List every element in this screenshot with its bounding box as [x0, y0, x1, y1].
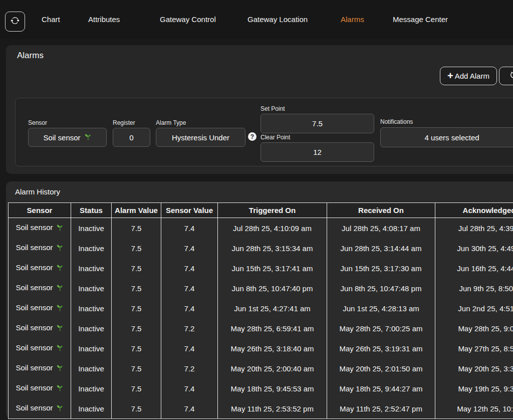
table-header-row: Sensor Status Alarm Value Sensor Value T…	[9, 203, 513, 218]
refresh-button[interactable]	[5, 12, 25, 32]
notifications-select[interactable]: 4 users selected ▼	[380, 127, 513, 147]
table-row: Soil sensorInactive7.57.4May 11th 25, 2:…	[9, 398, 513, 419]
table-row: Soil sensorInactive7.57.4Jun 1st 25, 4:2…	[9, 298, 513, 318]
cell-sensor: Soil sensor	[9, 238, 71, 258]
cell-sensor-value: 7.4	[161, 258, 218, 278]
sensor-select[interactable]: Soil sensor	[28, 128, 107, 147]
cell-received-on: Jun 15th 25, 3:17:30 am	[327, 258, 435, 278]
register-input[interactable]: 0	[113, 128, 150, 147]
cell-triggered-on: Jun 28th 25, 3:15:34 am	[218, 238, 327, 258]
alarm-type-select[interactable]: Hysteresis Under	[156, 128, 245, 147]
clear-point-input[interactable]: 12	[261, 142, 374, 162]
table-row: Soil sensorInactive7.57.2May 20th 25, 2:…	[9, 358, 513, 378]
cell-status: Inactive	[71, 378, 112, 398]
alarm-config-form: Sensor Soil sensor Register 0 Alarm Type…	[15, 98, 513, 166]
table-row: Soil sensorInactive7.57.4Jun 15th 25, 3:…	[9, 258, 513, 278]
cell-alarm-value: 7.5	[112, 298, 161, 318]
table-row: Soil sensorInactive7.57.4Jul 28th 25, 4:…	[9, 218, 513, 239]
alarm-type-label: Alarm Type	[156, 119, 186, 126]
cell-alarm-value: 7.5	[112, 358, 161, 378]
nav-item-message-center[interactable]: Message Center	[393, 15, 448, 24]
cell-acknowledged: Jun 2nd 25, 4:51:4	[435, 298, 513, 318]
add-alarm-button[interactable]: + Add Alarm	[440, 67, 497, 85]
cell-alarm-value: 7.5	[112, 278, 161, 298]
register-value: 0	[129, 133, 133, 142]
notifications-label: Notifications	[380, 118, 413, 125]
seedling-icon	[56, 344, 64, 353]
cell-sensor-value: 7.2	[161, 318, 218, 338]
cell-triggered-on: May 28th 25, 6:59:41 am	[218, 318, 327, 338]
nav-item-chart[interactable]: Chart	[42, 15, 60, 24]
cell-triggered-on: May 20th 25, 2:00:40 am	[218, 358, 327, 378]
alarm-type-value: Hysteresis Under	[172, 133, 229, 142]
cell-sensor-value: 7.4	[161, 278, 218, 298]
sensor-value: Soil sensor	[43, 133, 80, 142]
seedling-icon	[56, 244, 64, 253]
cell-received-on: May 28th 25, 7:00:25 am	[327, 318, 435, 338]
seedling-icon	[56, 404, 64, 413]
cell-sensor: Soil sensor	[9, 358, 71, 378]
cell-received-on: Jun 8th 25, 10:47:48 pm	[327, 278, 435, 298]
notifications-value: 4 users selected	[424, 133, 479, 142]
cell-alarm-value: 7.5	[112, 378, 161, 398]
cell-alarm-value: 7.5	[112, 338, 161, 358]
nav-item-alarms[interactable]: Alarms	[341, 15, 364, 24]
col-header-acknowledged: Acknowledged	[435, 203, 513, 218]
nav-item-gateway-location[interactable]: Gateway Location	[247, 15, 308, 24]
cell-sensor: Soil sensor	[9, 398, 71, 419]
cell-sensor: Soil sensor	[9, 378, 71, 398]
cell-alarm-value: 7.5	[112, 238, 161, 258]
seedling-icon	[56, 264, 64, 273]
cell-triggered-on: May 11th 25, 2:53:52 pm	[218, 398, 327, 419]
col-header-triggered-on: Triggered On	[218, 203, 327, 218]
cell-sensor-value: 7.4	[161, 398, 218, 419]
alarm-history-table: Sensor Status Alarm Value Sensor Value T…	[8, 202, 513, 419]
cell-alarm-value: 7.5	[112, 258, 161, 278]
cell-acknowledged: Jun 16th 25, 4:44:4	[435, 258, 513, 278]
col-header-status: Status	[71, 203, 112, 218]
cell-acknowledged: May 20th 25, 3:34:	[435, 358, 513, 378]
cell-alarm-value: 7.5	[112, 218, 161, 239]
table-row: Soil sensorInactive7.57.4May 26th 25, 3:…	[9, 338, 513, 358]
cell-status: Inactive	[71, 298, 112, 318]
cell-status: Inactive	[71, 218, 112, 239]
cell-triggered-on: Jun 8th 25, 10:47:40 pm	[218, 278, 327, 298]
reload-alarms-button[interactable]	[499, 67, 513, 85]
cell-acknowledged: Jul 28th 25, 4:39:1	[435, 218, 513, 239]
seedling-icon	[56, 384, 64, 393]
nav-item-gateway-control[interactable]: Gateway Control	[160, 15, 216, 24]
seedling-icon	[56, 324, 64, 333]
seedling-icon	[56, 224, 64, 233]
cell-acknowledged: May 28th 25, 9:05:	[435, 318, 513, 338]
nav-item-attributes[interactable]: Attributes	[88, 15, 120, 24]
cell-received-on: Jun 1st 25, 4:28:13 am	[327, 298, 435, 318]
col-header-received-on: Received On	[327, 203, 435, 218]
clear-point-label: Clear Point	[261, 134, 290, 141]
cell-acknowledged: May 12th 25, 10:23	[435, 398, 513, 419]
seedling-icon	[84, 133, 92, 142]
alarm-history-panel: Alarm History Sensor Status Alarm Value …	[6, 181, 513, 418]
seedling-icon	[56, 304, 64, 313]
cell-status: Inactive	[71, 398, 112, 419]
cell-status: Inactive	[71, 358, 112, 378]
history-reset-icon	[509, 71, 513, 81]
cell-status: Inactive	[71, 238, 112, 258]
table-row: Soil sensorInactive7.57.4Jun 8th 25, 10:…	[9, 278, 513, 298]
table-row: Soil sensorInactive7.57.4Jun 28th 25, 3:…	[9, 238, 513, 258]
cell-sensor-value: 7.4	[161, 218, 218, 239]
cell-triggered-on: Jun 15th 25, 3:17:41 am	[218, 258, 327, 278]
set-point-label: Set Point	[261, 105, 285, 112]
cell-received-on: May 18th 25, 9:44:27 am	[327, 378, 435, 398]
cell-acknowledged: Jun 9th 25, 8:50:4	[435, 278, 513, 298]
set-point-value: 7.5	[312, 119, 323, 128]
cell-sensor: Soil sensor	[9, 298, 71, 318]
cell-alarm-value: 7.5	[112, 398, 161, 419]
cell-acknowledged: Jun 30th 25, 4:49:3	[435, 238, 513, 258]
cell-triggered-on: May 18th 25, 9:45:53 am	[218, 378, 327, 398]
cell-received-on: May 11th 25, 2:52:47 pm	[327, 398, 435, 419]
cell-sensor: Soil sensor	[9, 338, 71, 358]
cell-received-on: May 20th 25, 2:01:50 am	[327, 358, 435, 378]
sync-icon	[11, 16, 20, 27]
help-icon[interactable]: ?	[248, 132, 256, 141]
set-point-input[interactable]: 7.5	[261, 114, 374, 133]
